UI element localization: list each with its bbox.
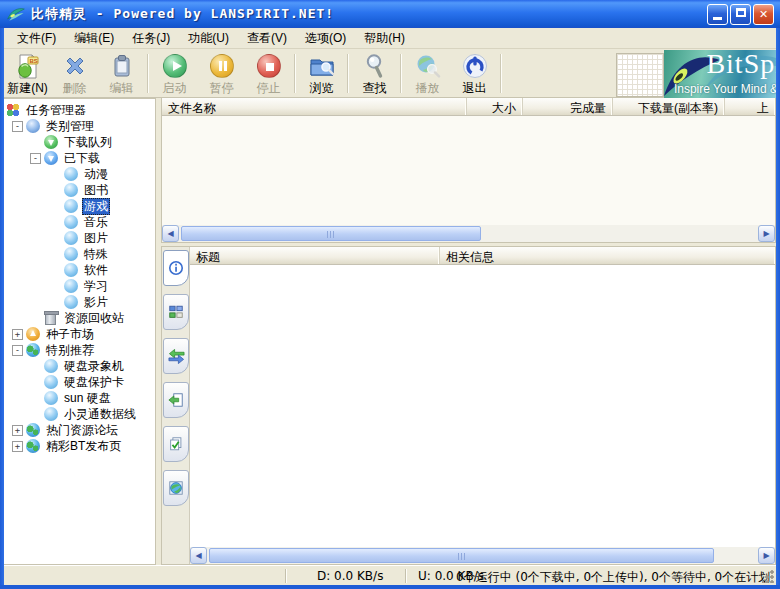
new-task-button[interactable]: BS 新建(N)	[4, 50, 51, 97]
resize-grip[interactable]	[762, 570, 775, 583]
pause-button[interactable]: 暂停	[198, 50, 245, 97]
tree-item-sun-hdd[interactable]: sun 硬盘	[4, 390, 155, 406]
menu-edit[interactable]: 编辑(E)	[65, 28, 123, 49]
task-list-header: 文件名称 大小 完成量 下载量(副本率) 上	[162, 98, 775, 116]
scroll-left-icon[interactable]: ◀	[162, 225, 179, 242]
tab-files[interactable]	[163, 426, 189, 462]
tree-item-games[interactable]: 游戏	[4, 198, 155, 214]
scroll-track[interactable]	[207, 547, 758, 564]
tree-item-category-mgmt[interactable]: - 类别管理	[4, 118, 155, 134]
start-icon	[163, 53, 187, 79]
tree-item-study[interactable]: 学习	[4, 278, 155, 294]
task-tree: 任务管理器 - 类别管理 下载队列 - 已下载 动漫	[4, 98, 156, 565]
maximize-button[interactable]	[730, 4, 751, 25]
tree-item-anime[interactable]: 动漫	[4, 166, 155, 182]
collapse-toggle[interactable]: -	[12, 121, 23, 132]
stop-button[interactable]: 停止	[245, 50, 292, 97]
collapse-toggle[interactable]: -	[30, 153, 41, 164]
find-icon	[363, 53, 387, 79]
category-ball-icon	[44, 407, 58, 421]
detail-body[interactable]	[190, 265, 775, 547]
menu-function[interactable]: 功能(U)	[179, 28, 238, 49]
tab-transfer[interactable]	[163, 338, 189, 374]
window-border-bottom	[0, 585, 780, 589]
column-file-name[interactable]: 文件名称	[162, 98, 467, 115]
tab-pieces[interactable]	[163, 294, 189, 330]
scroll-track[interactable]	[179, 225, 758, 242]
tree-item-hot-forum[interactable]: + 热门资源论坛	[4, 422, 155, 438]
scroll-thumb[interactable]	[181, 226, 481, 241]
tab-import[interactable]	[163, 382, 189, 418]
edit-button[interactable]: 编辑	[98, 50, 145, 97]
tree-item-music[interactable]: 音乐	[4, 214, 155, 230]
tree-item-bt-publish[interactable]: + 精彩BT发布页	[4, 438, 155, 454]
tab-general-info[interactable]	[163, 250, 189, 286]
stop-icon	[257, 53, 281, 79]
detail-header: 标题 相关信息	[190, 247, 775, 265]
tree-item-hdd-card[interactable]: 硬盘保护卡	[4, 374, 155, 390]
column-size[interactable]: 大小	[467, 98, 523, 115]
menu-file[interactable]: 文件(F)	[8, 28, 65, 49]
collapse-toggle[interactable]: -	[12, 345, 23, 356]
menu-view[interactable]: 查看(V)	[238, 28, 296, 49]
tree-item-special-recommend[interactable]: - 特别推荐	[4, 342, 155, 358]
category-ball-icon	[64, 247, 78, 261]
app-logo-icon	[6, 5, 26, 23]
files-icon	[168, 436, 184, 452]
delete-button[interactable]: 删除	[51, 50, 98, 97]
expand-toggle[interactable]: +	[12, 425, 23, 436]
category-ball-icon	[64, 295, 78, 309]
title-bar: 比特精灵 - Powered by LANSPIRIT.NET! ✕	[0, 0, 780, 28]
menu-task[interactable]: 任务(J)	[123, 28, 179, 49]
tab-web[interactable]	[163, 470, 189, 506]
find-button[interactable]: 查找	[351, 50, 398, 97]
column-completed[interactable]: 完成量	[523, 98, 613, 115]
task-list-hscrollbar[interactable]: ◀ ▶	[162, 225, 775, 242]
tree-item-download-queue[interactable]: 下载队列	[4, 134, 155, 150]
tree-item-special[interactable]: 特殊	[4, 246, 155, 262]
tree-item-recycle-bin[interactable]: 资源回收站	[4, 310, 155, 326]
toolbar-label: 启动	[163, 80, 187, 97]
column-downloaded[interactable]: 下载量(副本率)	[613, 98, 725, 115]
toolbar-label: 浏览	[310, 80, 334, 97]
menu-help[interactable]: 帮助(H)	[355, 28, 414, 49]
column-title[interactable]: 标题	[190, 247, 440, 264]
edit-icon	[110, 53, 134, 79]
tree-item-seed-market[interactable]: + 种子市场	[4, 326, 155, 342]
task-list-body[interactable]	[162, 116, 775, 225]
tree-item-phs-cable[interactable]: 小灵通数据线	[4, 406, 155, 422]
scroll-left-icon[interactable]: ◀	[190, 547, 207, 564]
tree-item-movies[interactable]: 影片	[4, 294, 155, 310]
close-button[interactable]: ✕	[753, 4, 774, 25]
scroll-right-icon[interactable]: ▶	[758, 225, 775, 242]
toolbar-separator	[400, 54, 402, 93]
tree-item-books[interactable]: 图书	[4, 182, 155, 198]
column-related-info[interactable]: 相关信息	[440, 247, 775, 264]
tree-item-software[interactable]: 软件	[4, 262, 155, 278]
play-button[interactable]: 播放	[404, 50, 451, 97]
expand-toggle[interactable]: +	[12, 329, 23, 340]
column-upload[interactable]: 上	[725, 98, 775, 115]
detail-hscrollbar[interactable]: ◀ ▶	[190, 547, 775, 564]
category-ball-icon	[64, 231, 78, 245]
category-ball-icon	[64, 279, 78, 293]
toolbar-label: 停止	[257, 80, 281, 97]
toolbar-label: 新建(N)	[7, 80, 48, 97]
browse-button[interactable]: 浏览	[298, 50, 345, 97]
speed-graph	[616, 53, 664, 97]
pause-icon	[210, 53, 234, 79]
minimize-button[interactable]	[707, 4, 728, 25]
tree-item-pictures[interactable]: 图片	[4, 230, 155, 246]
web-icon	[168, 480, 184, 496]
exit-button[interactable]: 退出	[451, 50, 498, 97]
tree-item-downloaded[interactable]: - 已下载	[4, 150, 155, 166]
tree-item-hdd-recorder[interactable]: 硬盘录象机	[4, 358, 155, 374]
expand-toggle[interactable]: +	[12, 441, 23, 452]
scroll-thumb[interactable]	[209, 548, 714, 563]
menu-options[interactable]: 选项(O)	[296, 28, 355, 49]
scroll-right-icon[interactable]: ▶	[758, 547, 775, 564]
menu-bar: 文件(F) 编辑(E) 任务(J) 功能(U) 查看(V) 选项(O) 帮助(H…	[4, 28, 776, 49]
tree-item-task-manager[interactable]: 任务管理器	[4, 102, 155, 118]
start-button[interactable]: 启动	[151, 50, 198, 97]
globe-icon	[26, 423, 40, 437]
